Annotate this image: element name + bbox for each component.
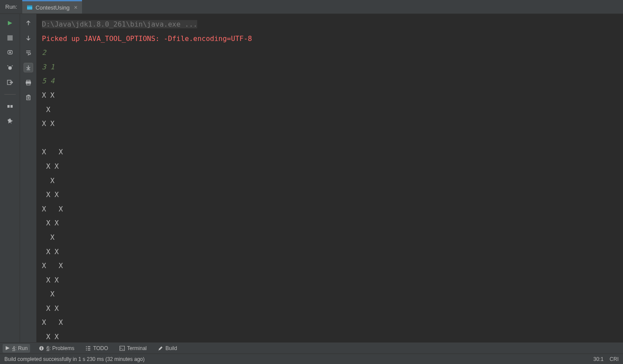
console-toolbar xyxy=(20,14,37,342)
run-tool-content: D:\Java\jdk1.8.0_261\bin\java.exe ... Pi… xyxy=(0,14,623,342)
line-separator[interactable]: CRI xyxy=(609,356,619,362)
status-message: Build completed successfully in 1 s 230 … xyxy=(4,356,145,362)
svg-point-6 xyxy=(8,66,12,70)
tab-terminal-label: Terminal xyxy=(127,345,147,351)
exit-button[interactable] xyxy=(5,78,15,87)
tab-build[interactable]: Build xyxy=(155,344,180,353)
tab-todo[interactable]: TODO xyxy=(83,344,110,353)
svg-marker-16 xyxy=(6,346,10,350)
info-icon xyxy=(39,346,44,351)
svg-rect-1 xyxy=(27,5,32,7)
svg-rect-15 xyxy=(27,96,30,100)
layout-button[interactable] xyxy=(5,102,15,111)
dump-threads-button[interactable] xyxy=(5,48,15,58)
run-config-icon xyxy=(27,4,33,10)
svg-rect-18 xyxy=(41,348,42,350)
tab-problems-label: 6: Problems xyxy=(46,345,74,351)
bottom-tool-tabs: 4: Run 6: Problems TODO Terminal Build xyxy=(0,342,623,354)
svg-line-7 xyxy=(7,65,8,66)
close-icon[interactable]: × xyxy=(74,4,78,11)
svg-marker-2 xyxy=(8,21,12,25)
tab-build-label: Build xyxy=(165,345,177,351)
separator xyxy=(4,94,16,95)
debug-button[interactable] xyxy=(5,63,15,72)
run-toolbar-left xyxy=(0,14,20,342)
stop-button[interactable] xyxy=(5,33,15,43)
tab-problems[interactable]: 6: Problems xyxy=(36,344,77,353)
console-output[interactable]: D:\Java\jdk1.8.0_261\bin\java.exe ... Pi… xyxy=(37,14,623,342)
scroll-to-end-button[interactable] xyxy=(24,63,33,72)
svg-point-19 xyxy=(41,347,42,347)
svg-rect-3 xyxy=(7,35,13,41)
print-button[interactable] xyxy=(24,78,33,87)
run-tab-label: ContestUsing xyxy=(35,4,69,11)
tab-terminal[interactable]: Terminal xyxy=(117,344,149,353)
rerun-button[interactable] xyxy=(5,18,15,28)
svg-line-8 xyxy=(12,65,13,66)
soft-wrap-button[interactable] xyxy=(24,48,33,58)
list-icon xyxy=(86,346,91,351)
svg-rect-12 xyxy=(27,80,30,82)
tab-todo-label: TODO xyxy=(93,345,108,351)
clear-all-button[interactable] xyxy=(24,92,33,102)
tab-run-label: 4: Run xyxy=(12,345,27,351)
svg-point-5 xyxy=(9,51,11,53)
up-arrow-button[interactable] xyxy=(24,18,33,28)
pin-button[interactable] xyxy=(5,116,15,126)
run-tool-window-header: Run: ContestUsing × xyxy=(0,0,623,14)
svg-rect-20 xyxy=(120,346,124,350)
play-icon xyxy=(5,346,10,350)
run-label: Run: xyxy=(0,0,22,14)
terminal-icon xyxy=(120,346,125,351)
hammer-icon xyxy=(158,346,163,351)
cursor-position[interactable]: 30:1 xyxy=(593,356,603,362)
run-tab-contestusing[interactable]: ContestUsing × xyxy=(22,0,82,14)
svg-rect-11 xyxy=(10,105,13,108)
svg-rect-10 xyxy=(7,105,10,108)
down-arrow-button[interactable] xyxy=(24,33,33,43)
tab-run[interactable]: 4: Run xyxy=(3,344,30,353)
status-bar: Build completed successfully in 1 s 230 … xyxy=(0,354,623,364)
